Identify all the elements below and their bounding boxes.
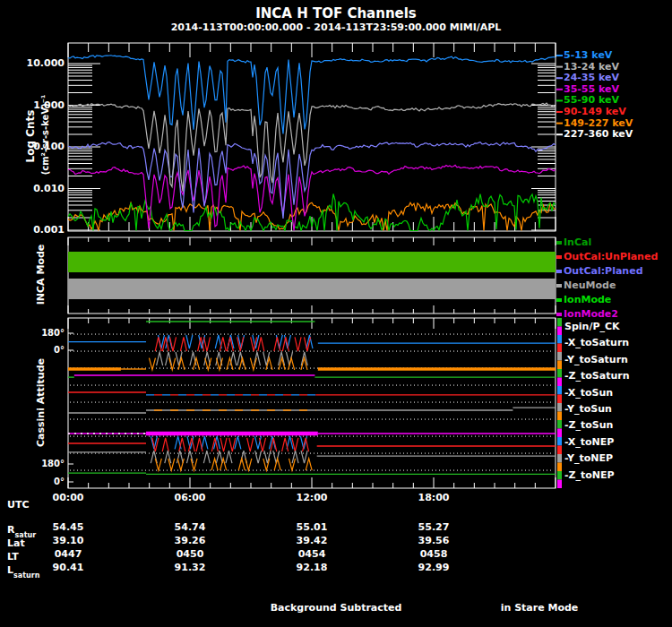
ephemeris-value: 0447 xyxy=(39,548,97,560)
attitude-spike xyxy=(255,451,262,463)
attitude-spike xyxy=(216,451,222,463)
mode-legend-item: OutCal:Planed xyxy=(564,265,643,277)
attitude-spike xyxy=(202,436,208,449)
ephemeris-value: 0450 xyxy=(161,548,219,560)
attitude-colorbar-segment xyxy=(557,327,562,336)
attitude-colorbar-segment xyxy=(557,437,562,446)
attitude-spike xyxy=(177,451,183,463)
time-range-subtitle: 2014-113T00:00:00.000 - 2014-113T23:59:0… xyxy=(0,21,672,33)
attitude-colorbar-segment xyxy=(557,412,562,421)
attitude-colorbar-segment xyxy=(557,454,562,463)
attitude-track-label: -X_toSaturn xyxy=(564,337,629,348)
attitude-colorbar-segment xyxy=(557,378,562,387)
attitude-spike xyxy=(149,358,155,370)
mode-legend-item: OutCal:UnPlaned xyxy=(564,251,658,262)
attitude-colorbar-segment xyxy=(557,335,562,344)
mode-panel-frame xyxy=(68,237,556,314)
mode-band-gray xyxy=(68,279,556,299)
mode-band-green xyxy=(68,252,556,272)
attitude-spike xyxy=(303,438,309,451)
ephemeris-value: 39.10 xyxy=(39,535,97,546)
attitude-track-label: -Z_toSaturn xyxy=(564,370,630,382)
attitude-spike xyxy=(191,459,197,470)
attitude-spike xyxy=(162,438,168,451)
ephemeris-value: 90.41 xyxy=(39,562,97,573)
channel-legend-item: 35-55 keV xyxy=(564,83,619,95)
attitude-spike xyxy=(292,438,298,451)
attitude-spike xyxy=(186,335,193,348)
attitude-track-label: -Y_toSaturn xyxy=(564,354,628,365)
attitude-spike xyxy=(282,337,289,351)
attitude-colorbar-segment xyxy=(557,446,562,455)
footer-note-left: Background Subtracted xyxy=(246,602,426,614)
attitude-spike xyxy=(292,451,298,463)
ephemeris-value: 54.45 xyxy=(39,521,97,533)
attitude-spike xyxy=(289,459,295,470)
attitude-colorbar-segment xyxy=(557,420,562,429)
attitude-colorbar-segment xyxy=(557,369,562,378)
attitude-spike xyxy=(168,459,175,470)
channel-legend-item: 5-13 keV xyxy=(564,49,612,61)
attitude-colorbar-segment xyxy=(557,395,562,404)
tof-ytick-label: 0.100 xyxy=(2,141,65,152)
attitude-colorbar-segment xyxy=(557,361,562,370)
attitude-spike xyxy=(229,438,236,451)
attitude-track-label: -X_toNEP xyxy=(564,436,614,448)
tof-ytick-label: 0.001 xyxy=(2,224,65,236)
mode-legend-item: IonMode xyxy=(564,294,611,305)
ephemeris-value: 55.01 xyxy=(283,521,340,533)
attitude-track-label: Spin/P_CK xyxy=(564,321,620,332)
channel-legend-item: 149-227 keV xyxy=(564,117,633,129)
attitude-spike xyxy=(258,337,264,351)
attitude-spike xyxy=(301,451,307,463)
attitude-spike xyxy=(295,337,301,351)
ephemeris-row-label: Lsaturn xyxy=(7,564,39,580)
attitude-colorbar-segment xyxy=(557,386,562,395)
attitude-spike xyxy=(177,459,184,470)
utc-tick-label: 12:00 xyxy=(283,492,340,503)
attitude-spike xyxy=(196,438,202,451)
attitude-colorbar-segment xyxy=(557,480,562,489)
utc-tick-label: 06:00 xyxy=(161,492,219,503)
inca-tof-figure: INCA H TOF Channels 2014-113T00:00:00.00… xyxy=(0,0,672,627)
channel-legend-item: 90-149 keV xyxy=(564,106,626,117)
attitude-spike xyxy=(246,459,252,470)
attitude-spike xyxy=(306,459,312,470)
ephemeris-row-label: LT xyxy=(7,551,19,563)
attitude-colorbar-segment xyxy=(557,463,562,472)
attitude-spike xyxy=(260,438,266,451)
channel-legend-item: 227-360 keV xyxy=(564,128,633,140)
attitude-ytick-label: 180° xyxy=(2,459,65,468)
attitude-spike xyxy=(220,459,227,470)
ephemeris-value: 39.42 xyxy=(283,535,340,546)
attitude-colorbar-segment xyxy=(557,471,562,480)
ephemeris-value: 54.74 xyxy=(161,521,219,533)
utc-tick-label: 00:00 xyxy=(39,492,97,503)
mode-legend-item: NeuMode xyxy=(564,279,616,291)
ephemeris-value: 0454 xyxy=(283,548,340,560)
ephemeris-value: 91.32 xyxy=(161,562,219,573)
mode-legend-item: InCal xyxy=(564,236,591,248)
mode-legend-item: IonMode2 xyxy=(564,308,618,320)
attitude-spike xyxy=(203,451,210,463)
attitude-spike xyxy=(247,438,254,451)
attitude-colorbar-segment xyxy=(557,318,562,327)
ephemeris-value: 92.18 xyxy=(283,562,340,573)
attitude-spike xyxy=(220,438,227,451)
trace-5-13-keV xyxy=(68,56,556,134)
ephemeris-value: 39.26 xyxy=(161,535,219,546)
attitude-ytick-label: 0° xyxy=(2,477,65,486)
attitude-spike xyxy=(282,438,289,451)
ephemeris-value: 0458 xyxy=(405,548,462,560)
attitude-ytick-label: 180° xyxy=(2,328,65,338)
channel-legend-item: 24-35 keV xyxy=(564,72,619,83)
attitude-spike xyxy=(180,337,186,351)
attitude-spike xyxy=(274,337,280,351)
attitude-track-label: -Y_toNEP xyxy=(564,452,613,464)
attitude-spike xyxy=(157,352,163,365)
utc-tick-label: 18:00 xyxy=(405,492,462,503)
utc-row-label: UTC xyxy=(7,499,30,511)
attitude-spike xyxy=(264,451,271,463)
ephemeris-value: 92.99 xyxy=(405,562,462,573)
attitude-spike xyxy=(226,451,232,463)
